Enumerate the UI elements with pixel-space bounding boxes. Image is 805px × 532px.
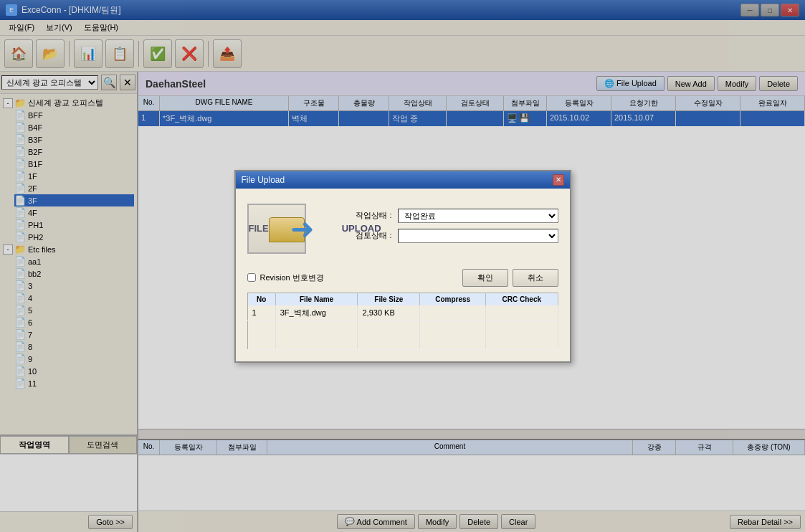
modal-close-button[interactable]: ✕ xyxy=(553,174,564,186)
upload-label: UPLOAD xyxy=(342,223,381,234)
upload-icon-container: FILE ➜ UPLOAD xyxy=(247,200,340,257)
inner-empty-crc xyxy=(486,320,558,349)
modal-body: FILE ➜ UPLOAD 작업상태 : 작업완료 작업 중 검토요청 대기 xyxy=(236,189,570,361)
inner-td-crc xyxy=(486,305,558,321)
review-status-select[interactable]: 검토완료 검토 중 반려 xyxy=(398,229,558,243)
inner-th-size: File Size xyxy=(358,293,420,305)
inner-td-size: 2,930 KB xyxy=(358,305,420,321)
inner-th-compress: Compress xyxy=(420,293,486,305)
work-status-select[interactable]: 작업완료 작업 중 검토요청 대기 xyxy=(398,209,558,223)
inner-table-empty-row xyxy=(247,320,558,349)
inner-table: No File Name File Size Compress CRC Chec… xyxy=(247,293,558,350)
inner-empty-compress xyxy=(420,320,486,349)
upload-arrow-icon: ➜ xyxy=(290,212,315,245)
revision-check-row: Revision 번호변경 확인 취소 xyxy=(247,269,558,287)
modal-title: File Upload xyxy=(242,175,285,185)
inner-td-name: 3F_벽체.dwg xyxy=(275,305,358,321)
inner-td-compress xyxy=(420,305,486,321)
inner-th-crc: CRC Check xyxy=(486,293,558,305)
modal-title-bar: File Upload ✕ xyxy=(236,171,570,189)
inner-table-row[interactable]: 1 3F_벽체.dwg 2,930 KB xyxy=(247,305,558,321)
inner-td-no: 1 xyxy=(247,305,275,321)
inner-th-name: File Name xyxy=(275,293,358,305)
modal-overlay: File Upload ✕ FILE ➜ UPLOAD 작업상태 : xyxy=(0,0,805,532)
work-status-row: 작업상태 : 작업완료 작업 중 검토요청 대기 xyxy=(349,209,558,223)
modal-cancel-button[interactable]: 취소 xyxy=(513,269,558,287)
inner-empty-name xyxy=(275,320,358,349)
modal-icon-row: FILE ➜ UPLOAD 작업상태 : 작업완료 작업 중 검토요청 대기 xyxy=(247,200,558,257)
work-status-label: 작업상태 : xyxy=(349,210,392,221)
file-upload-modal: File Upload ✕ FILE ➜ UPLOAD 작업상태 : xyxy=(234,170,571,363)
revision-checkbox[interactable] xyxy=(247,273,256,282)
inner-empty-no xyxy=(247,320,275,349)
revision-label: Revision 번호변경 xyxy=(260,272,324,283)
modal-confirm-button[interactable]: 확인 xyxy=(462,269,508,287)
inner-empty-size xyxy=(358,320,420,349)
inner-th-no: No xyxy=(247,293,275,305)
